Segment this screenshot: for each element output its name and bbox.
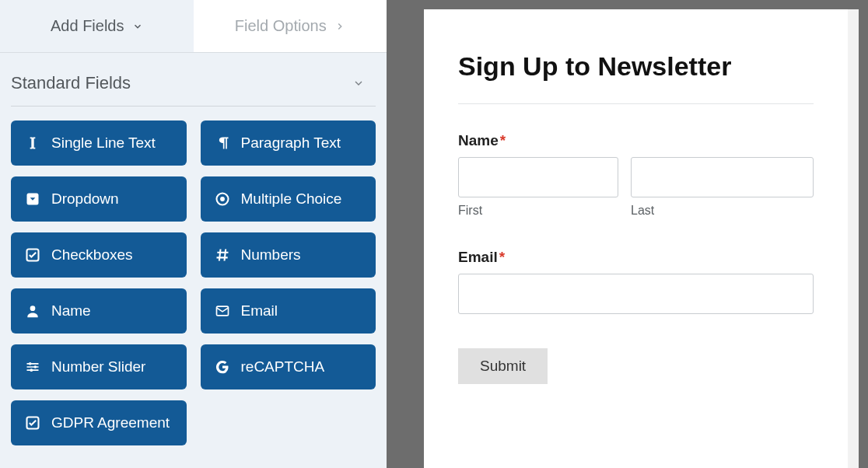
scrollbar-track[interactable] [848, 9, 859, 468]
left-panel: Add Fields Field Options Standard Fields… [0, 0, 387, 468]
form-title: Sign Up to Newsletter [458, 51, 814, 82]
chevron-down-icon [352, 77, 365, 89]
field-numbers[interactable]: Numbers [201, 232, 376, 278]
tab-field-options[interactable]: Field Options [194, 0, 387, 52]
first-name-input[interactable] [458, 157, 618, 197]
google-g-icon [215, 359, 230, 375]
user-icon [25, 303, 40, 319]
field-recaptcha[interactable]: reCAPTCHA [201, 344, 376, 389]
divider [458, 103, 814, 104]
label-text: Email [458, 249, 498, 265]
name-row: First Last [458, 157, 814, 218]
field-grid: Single Line Text Paragraph Text Dropdown… [0, 107, 387, 445]
first-name-sublabel: First [458, 204, 618, 218]
radio-dot-icon [215, 191, 230, 207]
field-label: Dropdown [51, 190, 119, 208]
field-label: Email [241, 302, 278, 320]
tab-label: Field Options [235, 17, 327, 35]
field-paragraph-text[interactable]: Paragraph Text [201, 120, 376, 166]
check-square-icon [25, 415, 40, 431]
email-label: Email* [458, 249, 814, 266]
field-label: Numbers [241, 246, 301, 264]
field-label: Number Slider [51, 358, 145, 375]
field-email[interactable]: Email [201, 288, 376, 334]
name-label: Name* [458, 132, 814, 149]
svg-point-2 [220, 197, 225, 201]
svg-point-8 [30, 368, 33, 372]
svg-point-7 [34, 365, 37, 368]
paragraph-icon [215, 135, 230, 151]
field-label: GDPR Agreement [51, 414, 170, 431]
tabs: Add Fields Field Options [0, 0, 387, 53]
svg-point-4 [30, 306, 36, 311]
field-label: Multiple Choice [241, 190, 342, 208]
field-label: reCAPTCHA [241, 358, 325, 375]
divider-strip [387, 0, 424, 468]
section-title: Standard Fields [11, 73, 131, 93]
svg-point-6 [29, 362, 32, 365]
tab-label: Add Fields [51, 17, 124, 35]
tab-add-fields[interactable]: Add Fields [0, 0, 194, 52]
chevron-right-icon [334, 21, 345, 32]
sliders-icon [25, 359, 40, 375]
email-input[interactable] [458, 274, 814, 314]
chevron-down-icon [132, 21, 143, 32]
caret-square-icon [25, 191, 40, 207]
field-label: Checkboxes [51, 246, 133, 264]
right-panel: Sign Up to Newsletter Name* First Last E… [424, 0, 868, 468]
form-canvas: Sign Up to Newsletter Name* First Last E… [424, 9, 859, 468]
submit-button[interactable]: Submit [458, 348, 548, 384]
field-label: Single Line Text [51, 134, 156, 152]
field-gdpr-agreement[interactable]: GDPR Agreement [11, 400, 187, 445]
field-number-slider[interactable]: Number Slider [11, 344, 187, 389]
last-name-sublabel: Last [631, 204, 814, 218]
last-name-input[interactable] [631, 157, 814, 197]
field-label: Paragraph Text [241, 134, 341, 152]
section-header-standard-fields[interactable]: Standard Fields [11, 53, 376, 107]
field-multiple-choice[interactable]: Multiple Choice [201, 176, 376, 222]
text-cursor-icon [25, 135, 40, 151]
field-dropdown[interactable]: Dropdown [11, 176, 187, 222]
check-square-icon [25, 247, 40, 263]
field-single-line-text[interactable]: Single Line Text [11, 120, 187, 166]
required-asterisk: * [499, 249, 505, 265]
field-label: Name [51, 302, 91, 320]
field-checkboxes[interactable]: Checkboxes [11, 232, 187, 278]
envelope-icon [215, 303, 230, 319]
field-name[interactable]: Name [11, 288, 187, 334]
required-asterisk: * [500, 132, 506, 148]
hash-icon [215, 247, 230, 263]
label-text: Name [458, 132, 499, 148]
